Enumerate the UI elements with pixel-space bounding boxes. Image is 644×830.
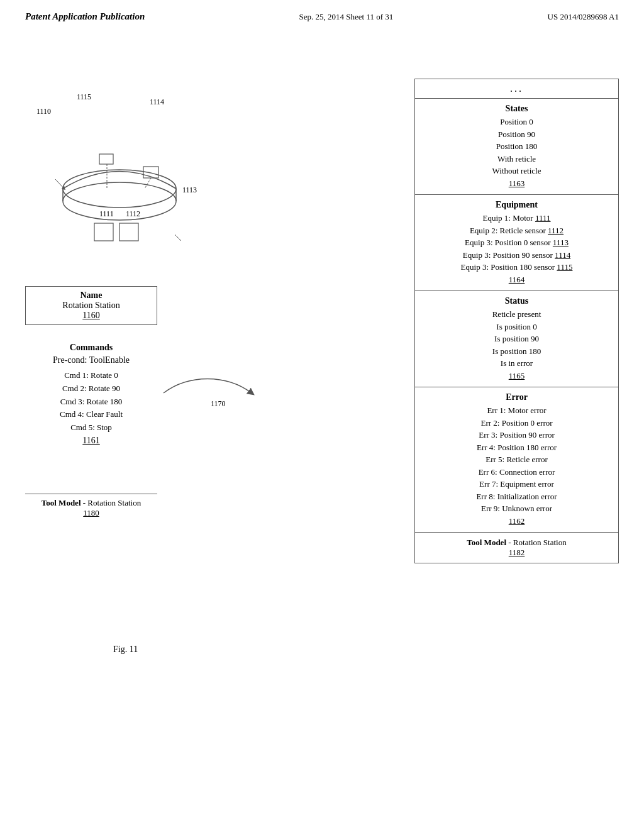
right-tool-model-normal: - Rotation Station xyxy=(506,538,567,547)
dots-section: ... xyxy=(415,79,618,99)
commands-precond: Pre-cond: ToolEnable xyxy=(25,355,157,365)
error-section: Error Err 1: Motor error Err 2: Position… xyxy=(415,387,618,533)
right-tool-model: Tool Model - Rotation Station 1182 xyxy=(415,533,618,563)
state-pos0: Position 0 xyxy=(424,116,609,128)
left-tool-model-normal: - Rotation Station xyxy=(81,498,142,507)
states-section: States Position 0 Position 90 Position 1… xyxy=(415,99,618,195)
state-without-reticle: Without reticle xyxy=(424,165,609,177)
name-value: Rotation Station xyxy=(32,301,150,311)
name-title: Name xyxy=(32,290,150,301)
cmd-2: Cmd 2: Rotate 90 xyxy=(25,382,157,396)
equipment-title: Equipment xyxy=(424,200,609,210)
equip-3a: Equip 3: Position 0 sensor 1113 xyxy=(424,236,609,249)
cmd-1: Cmd 1: Rotate 0 xyxy=(25,369,157,382)
equipment-section: Equipment Equip 1: Motor 1111 Equip 2: R… xyxy=(415,195,618,291)
state-with-reticle: With reticle xyxy=(424,153,609,165)
status-title: Status xyxy=(424,296,609,306)
err-6: Err 6: Connection error xyxy=(424,466,609,479)
right-tool-model-ref: 1182 xyxy=(509,548,525,557)
equip-3b: Equip 3: Position 90 sensor 1114 xyxy=(424,249,609,262)
diagram-svg xyxy=(25,91,214,274)
states-ref: 1163 xyxy=(424,177,609,190)
connector-arrow xyxy=(151,368,264,418)
status-error: Is in error xyxy=(424,357,609,370)
status-ref: 1165 xyxy=(424,370,609,382)
header-left: Patent Application Publication xyxy=(25,11,145,22)
err-1: Err 1: Motor error xyxy=(424,404,609,417)
err-8: Err 8: Initialization error xyxy=(424,490,609,503)
err-5: Err 5: Reticle error xyxy=(424,453,609,466)
diagram-area xyxy=(25,91,226,276)
err-9: Err 9: Unknown error xyxy=(424,502,609,515)
state-pos90: Position 90 xyxy=(424,128,609,141)
equip-3c: Equip 3: Position 180 sensor 1115 xyxy=(424,261,609,274)
error-title: Error xyxy=(424,392,609,402)
commands-title: Commands xyxy=(25,343,157,353)
page-header: Patent Application Publication Sep. 25, … xyxy=(0,0,644,22)
left-tool-model-bold: Tool Model xyxy=(42,498,81,507)
status-pos0: Is position 0 xyxy=(424,321,609,333)
left-tool-model-ref: 1180 xyxy=(83,508,99,517)
right-tool-model-bold: Tool Model xyxy=(467,538,506,547)
dots: ... xyxy=(510,83,523,94)
status-pos180: Is position 180 xyxy=(424,345,609,358)
content-area: 1115 1114 1110 1113 1111 1112 1170 xyxy=(25,41,619,808)
svg-line-11 xyxy=(145,178,151,189)
right-data-box: ... States Position 0 Position 90 Positi… xyxy=(414,79,619,563)
tool-model-left: Tool Model - Rotation Station 1180 xyxy=(25,494,157,518)
svg-line-8 xyxy=(55,179,64,189)
status-reticle: Reticle present xyxy=(424,308,609,321)
cmd-4: Cmd 4: Clear Fault xyxy=(25,408,157,421)
err-3: Err 3: Position 90 error xyxy=(424,429,609,441)
cmd-5: Cmd 5: Stop xyxy=(25,421,157,434)
err-2: Err 2: Position 0 error xyxy=(424,417,609,429)
state-pos180: Position 180 xyxy=(424,140,609,153)
svg-rect-7 xyxy=(99,154,113,164)
err-7: Err 7: Equipment error xyxy=(424,478,609,490)
header-right: US 2014/0289698 A1 xyxy=(548,12,619,22)
svg-rect-5 xyxy=(119,223,138,241)
cmd-3: Cmd 3: Rotate 180 xyxy=(25,396,157,409)
equipment-ref: 1164 xyxy=(424,274,609,286)
left-commands-box: Commands Pre-cond: ToolEnable Cmd 1: Rot… xyxy=(25,343,157,446)
fig-label: Fig. 11 xyxy=(113,645,138,655)
svg-point-3 xyxy=(63,182,176,220)
status-section: Status Reticle present Is position 0 Is … xyxy=(415,291,618,387)
error-ref: 1162 xyxy=(424,515,609,528)
status-pos90: Is position 90 xyxy=(424,333,609,345)
header-center: Sep. 25, 2014 Sheet 11 of 31 xyxy=(299,12,394,22)
svg-point-0 xyxy=(63,170,176,208)
err-4: Err 4: Position 180 error xyxy=(424,441,609,454)
svg-rect-4 xyxy=(94,223,113,241)
states-title: States xyxy=(424,104,609,114)
commands-ref: 1161 xyxy=(25,436,157,446)
equip-2: Equip 2: Reticle sensor 1112 xyxy=(424,224,609,237)
equip-1: Equip 1: Motor 1111 xyxy=(424,212,609,224)
name-ref: 1160 xyxy=(32,311,150,321)
svg-line-9 xyxy=(175,235,181,241)
left-name-box: Name Rotation Station 1160 xyxy=(25,286,157,325)
